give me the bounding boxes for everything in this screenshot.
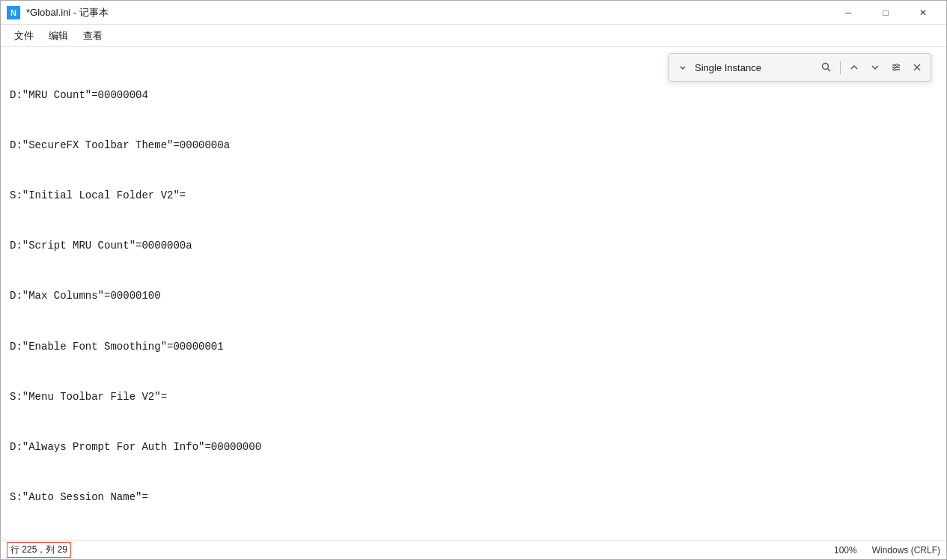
menu-view[interactable]: 查看 — [76, 26, 110, 46]
find-input[interactable] — [695, 62, 814, 73]
window-controls: ─ □ ✕ — [831, 1, 940, 25]
find-options-button[interactable] — [887, 58, 905, 76]
text-line: S:"Auto Session Name"= — [10, 489, 937, 505]
title-bar: N *Global.ini - 记事本 ─ □ ✕ — [1, 1, 946, 25]
text-line: D:"Always Prompt For Auth Info"=00000000 — [10, 439, 937, 455]
text-line: S:"Menu Toolbar File V2"= — [10, 389, 937, 405]
find-bar — [669, 53, 931, 82]
editor-area: D:"MRU Count"=00000004 D:"SecureFX Toolb… — [1, 47, 946, 540]
menu-bar: 文件 编辑 查看 — [1, 25, 946, 47]
line-ending: Windows (CRLF) — [872, 545, 940, 556]
find-next-button[interactable] — [866, 58, 884, 76]
window-title: *Global.ini - 记事本 — [26, 6, 831, 19]
minimize-button[interactable]: ─ — [831, 1, 865, 25]
close-button[interactable]: ✕ — [906, 1, 940, 25]
menu-file[interactable]: 文件 — [7, 26, 41, 46]
zoom-level: 100% — [834, 545, 857, 556]
status-bar: 行 225，列 29 100% Windows (CRLF) — [1, 540, 946, 559]
text-line: D:"Enable Font Smoothing"=00000001 — [10, 338, 937, 355]
find-close-button[interactable] — [908, 58, 926, 76]
svg-line-1 — [828, 69, 831, 72]
app-icon: N — [7, 6, 20, 19]
text-line: S:"Initial Local Folder V2"= — [10, 187, 937, 204]
maximize-button[interactable]: □ — [868, 1, 903, 25]
text-line: D:"Max Columns"=00000100 — [10, 287, 937, 304]
text-line: D:"Script MRU Count"=0000000a — [10, 237, 937, 254]
svg-point-5 — [896, 64, 898, 67]
main-window: N *Global.ini - 记事本 ─ □ ✕ 文件 编辑 查看 — [0, 0, 947, 560]
text-line: D:"MRU Count"=00000004 — [10, 87, 937, 103]
text-line: D:"Use Remembered Sessions"=00000000 — [10, 539, 937, 540]
cursor-position: 行 225，列 29 — [7, 542, 71, 558]
text-line: D:"SecureFX Toolbar Theme"=0000000a — [10, 137, 937, 153]
text-editor[interactable]: D:"MRU Count"=00000004 D:"SecureFX Toolb… — [1, 47, 946, 540]
svg-point-0 — [823, 64, 829, 70]
find-collapse-button[interactable] — [674, 58, 692, 76]
svg-point-6 — [894, 69, 896, 71]
find-prev-button[interactable] — [845, 58, 863, 76]
find-search-icon[interactable] — [817, 58, 835, 76]
find-separator — [840, 61, 841, 74]
menu-edit[interactable]: 编辑 — [41, 26, 76, 46]
